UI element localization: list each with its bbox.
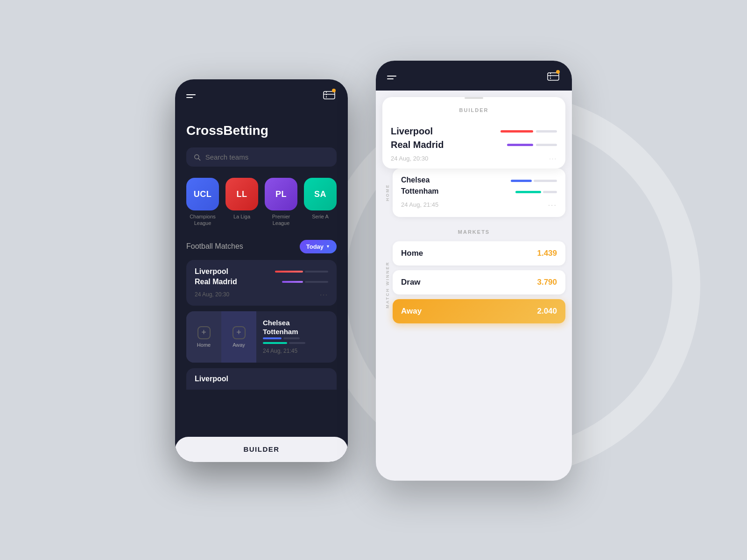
match-date-light-2: 24 Aug, 21:45 xyxy=(401,201,438,210)
home-add-icon: + xyxy=(197,326,211,339)
status-bar-dark xyxy=(175,79,348,109)
swipe-actions: + Home + Away xyxy=(186,311,256,363)
bar-light-gray-2 xyxy=(536,144,557,146)
league-item-ll[interactable]: LL La Liga xyxy=(226,178,258,227)
scroll-indicator xyxy=(465,97,483,99)
bar-light-gray3 xyxy=(543,191,557,193)
away-add-icon: + xyxy=(233,326,246,339)
match-card-1[interactable]: Liverpool Real Madrid 24 Aug, 20:30 ·· xyxy=(186,260,337,306)
league-badge-pl: PL xyxy=(265,178,297,210)
bar-light-gray-1 xyxy=(536,130,557,133)
swipe-away-button[interactable]: + Away xyxy=(221,311,256,363)
search-icon xyxy=(194,154,201,161)
today-filter-button[interactable]: Today xyxy=(300,240,337,253)
league-badge-sa: SA xyxy=(304,178,337,210)
market-odds-away: 2.040 xyxy=(537,307,557,316)
ticket-icon-light[interactable] xyxy=(546,69,561,86)
svg-rect-5 xyxy=(548,73,559,80)
team-liverpool: Liverpool xyxy=(195,267,228,276)
ticket-icon-dark[interactable] xyxy=(322,88,337,105)
market-odds-draw: 3.790 xyxy=(537,278,557,287)
bar-light-red xyxy=(500,130,533,133)
match-date-1: 24 Aug, 20:30 ··· xyxy=(195,291,328,298)
team-chelsea: Chelsea xyxy=(263,319,330,327)
right-phone-content: BUILDER Liverpool Real Madrid xyxy=(376,91,572,481)
match-team-row-away: Real Madrid xyxy=(195,278,328,286)
markets-section: MARKETS MATCH WINNER Home 1.439 Draw 3.7… xyxy=(376,222,572,328)
bar-purple xyxy=(282,281,303,283)
league-item-ucl[interactable]: UCL Champions League xyxy=(186,178,219,227)
mini-bar-gray-1 xyxy=(283,337,300,339)
markets-list: Home 1.439 Draw 3.790 Away 2.040 xyxy=(393,241,565,328)
league-item-sa[interactable]: SA Serie A xyxy=(304,178,337,227)
league-label-ll: La Liga xyxy=(233,213,250,220)
market-away-active[interactable]: Away 2.040 xyxy=(393,299,565,323)
market-label-home: Home xyxy=(401,249,423,258)
mini-bar-cyan xyxy=(263,342,287,344)
home-sidebar-section: HOME Chelsea Tottenham xyxy=(376,168,572,217)
odds-bar-liverpool xyxy=(275,271,328,273)
phone-content: CrossBetting UCL Champions League LL La … xyxy=(175,109,348,390)
team-real-madrid: Real Madrid xyxy=(195,278,237,286)
home-sidebar-label: HOME xyxy=(382,168,393,217)
team-liverpool-light: Liverpool xyxy=(391,126,433,137)
mini-bar-row-1 xyxy=(263,337,330,339)
mini-bar-row-2 xyxy=(263,342,330,344)
search-input[interactable] xyxy=(205,153,329,161)
notification-dot xyxy=(332,89,336,92)
bar-light-gray2 xyxy=(534,180,557,182)
status-bar-light xyxy=(376,61,572,91)
match-winner-col: MATCH WINNER xyxy=(382,241,393,328)
match-date-light-1: 24 Aug, 20:30 ··· xyxy=(391,155,557,162)
builder-header: BUILDER xyxy=(382,101,565,119)
bar-light-blue xyxy=(511,180,532,182)
bar-light-purple xyxy=(507,144,533,146)
team-realmadrid-light: Real Madrid xyxy=(391,140,444,150)
league-label-pl: Premier League xyxy=(265,213,297,227)
bar-light-cyan xyxy=(515,191,541,193)
market-label-draw: Draw xyxy=(401,278,421,287)
match-team-light-away: Real Madrid xyxy=(391,140,557,150)
markets-header: MARKETS xyxy=(382,229,565,235)
team-partial: Liverpool xyxy=(195,375,328,383)
match-info-right: Chelsea Tottenham 24 Aug, 21:45 xyxy=(256,311,337,363)
more-dots-1[interactable]: ··· xyxy=(320,291,328,298)
swipe-home-button[interactable]: + Home xyxy=(186,311,221,363)
search-bar[interactable] xyxy=(186,147,337,167)
market-home[interactable]: Home 1.439 xyxy=(393,241,565,266)
bar-gray-1 xyxy=(305,271,328,273)
hamburger-icon[interactable] xyxy=(186,94,196,98)
team-chelsea-light: Chelsea xyxy=(401,176,430,184)
match-card-partial: Liverpool xyxy=(186,368,337,390)
second-match-card[interactable]: Chelsea Tottenham 24 xyxy=(393,168,565,217)
odds-bar-realmadrid xyxy=(282,281,328,283)
leagues-row: UCL Champions League LL La Liga PL Premi… xyxy=(186,178,337,227)
match-team-row-home: Liverpool xyxy=(195,267,328,276)
builder-label: BUILDER xyxy=(243,445,279,453)
app-title: CrossBetting xyxy=(186,123,337,138)
bottom-bar[interactable]: BUILDER xyxy=(175,437,348,462)
league-label-sa: Serie A xyxy=(312,213,328,220)
market-odds-home: 1.439 xyxy=(537,249,557,258)
svg-line-4 xyxy=(198,158,200,160)
league-label-ucl: Champions League xyxy=(186,213,219,227)
match-team-light-home: Liverpool xyxy=(391,126,557,137)
right-phone: BUILDER Liverpool Real Madrid xyxy=(376,61,572,481)
mini-bars xyxy=(263,337,330,344)
svg-rect-0 xyxy=(324,91,335,99)
more-dots-light-2[interactable]: ··· xyxy=(548,201,557,210)
match-date-2: 24 Aug, 21:45 xyxy=(263,348,330,354)
mini-bar-blue xyxy=(263,337,282,339)
hamburger-icon-light[interactable] xyxy=(387,76,396,79)
mini-bar-gray-2 xyxy=(289,342,305,344)
market-draw[interactable]: Draw 3.790 xyxy=(393,270,565,294)
bar-red xyxy=(275,271,303,273)
section-title: Football Matches xyxy=(186,242,243,251)
league-badge-ucl: UCL xyxy=(186,178,219,210)
more-dots-light-1[interactable]: ··· xyxy=(549,155,557,162)
first-match-block: Liverpool Real Madrid xyxy=(382,119,565,168)
league-item-pl[interactable]: PL Premier League xyxy=(265,178,297,227)
section-header: Football Matches Today xyxy=(186,240,337,253)
team-tottenham-light: Tottenham xyxy=(401,187,439,196)
match-winner-label: MATCH WINNER xyxy=(385,261,390,308)
